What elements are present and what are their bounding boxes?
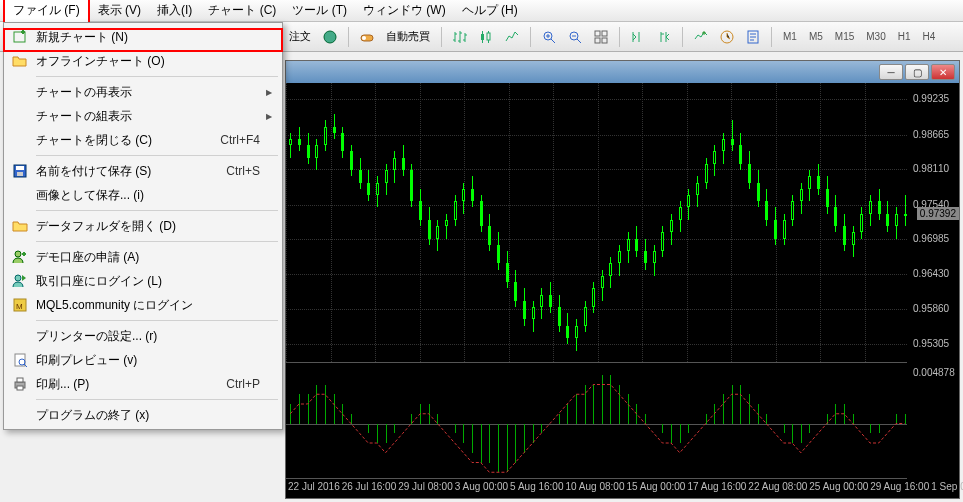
- menu-item-label: チャートを閉じる (C): [36, 132, 152, 149]
- autotrade-icon[interactable]: [356, 26, 378, 48]
- time-tick: 1 Sep 08:00: [929, 479, 963, 498]
- menu-item[interactable]: オフラインチャート (O): [6, 49, 280, 73]
- arrange-icon[interactable]: [590, 26, 612, 48]
- mql5-icon: M: [11, 296, 29, 314]
- shortcut-label: Ctrl+P: [226, 377, 260, 391]
- chart-titlebar: ─ ▢ ✕: [286, 61, 959, 83]
- svg-point-0: [324, 31, 336, 43]
- svg-rect-8: [602, 31, 607, 36]
- time-axis: 22 Jul 201626 Jul 16:0029 Jul 08:003 Aug…: [286, 478, 907, 498]
- period-m30[interactable]: M30: [862, 31, 889, 42]
- time-tick: 3 Aug 00:00: [453, 479, 508, 498]
- maximize-button[interactable]: ▢: [905, 64, 929, 80]
- menubar: ファイル (F) 表示 (V) 挿入(I) チャート (C) ツール (T) ウ…: [0, 0, 963, 22]
- menu-item-label: 画像として保存... (i): [36, 187, 144, 204]
- user-plus-icon: [11, 248, 29, 266]
- menu-item-label: チャートの組表示: [36, 108, 132, 125]
- menu-item[interactable]: プリンターの設定... (r): [6, 324, 280, 348]
- menu-item-label: プリンターの設定... (r): [36, 328, 157, 345]
- autotrade-label[interactable]: 自動売買: [382, 29, 434, 44]
- time-tick: 29 Jul 08:00: [396, 479, 453, 498]
- bar-chart-icon[interactable]: [449, 26, 471, 48]
- menu-item-label: 新規チャート (N): [36, 29, 128, 46]
- svg-rect-16: [17, 172, 23, 176]
- zoom-out-icon[interactable]: [564, 26, 586, 48]
- line-chart-icon[interactable]: [501, 26, 523, 48]
- time-tick: 22 Aug 08:00: [746, 479, 807, 498]
- time-tick: 25 Aug 00:00: [807, 479, 868, 498]
- menu-item[interactable]: 新規チャート (N): [6, 25, 280, 49]
- menu-item[interactable]: チャートの組表示: [6, 104, 280, 128]
- menu-item[interactable]: MMQL5.community にログイン: [6, 293, 280, 317]
- menu-item[interactable]: デモ口座の申請 (A): [6, 245, 280, 269]
- folder-icon: [11, 217, 29, 235]
- menu-item-label: プログラムの終了 (x): [36, 407, 149, 424]
- period-h1[interactable]: H1: [894, 31, 915, 42]
- template-icon[interactable]: [742, 26, 764, 48]
- svg-rect-15: [16, 166, 24, 170]
- svg-rect-25: [17, 386, 23, 390]
- menu-item-label: 印刷プレビュー (v): [36, 352, 137, 369]
- menu-item[interactable]: 画像として保存... (i): [6, 183, 280, 207]
- chart-body[interactable]: 0.992350.986650.981100.975400.969850.964…: [286, 83, 959, 498]
- menu-tools[interactable]: ツール (T): [284, 0, 355, 22]
- menu-item-label: 取引口座にログイン (L): [36, 273, 162, 290]
- shortcut-label: Ctrl+F4: [220, 133, 260, 147]
- menu-help[interactable]: ヘルプ (H): [454, 0, 526, 22]
- menu-item[interactable]: 名前を付けて保存 (S)Ctrl+S: [6, 159, 280, 183]
- period-m5[interactable]: M5: [805, 31, 827, 42]
- order-label-fragment: 注文: [285, 29, 315, 44]
- time-tick: 10 Aug 08:00: [564, 479, 625, 498]
- price-tick: 0.96430: [913, 268, 949, 279]
- menu-item[interactable]: チャートを閉じる (C)Ctrl+F4: [6, 128, 280, 152]
- period-m1[interactable]: M1: [779, 31, 801, 42]
- price-tick: 0.95305: [913, 338, 949, 349]
- menu-item[interactable]: プログラムの終了 (x): [6, 403, 280, 427]
- svg-rect-10: [602, 38, 607, 43]
- svg-point-2: [362, 36, 366, 40]
- svg-rect-9: [595, 38, 600, 43]
- periods-icon[interactable]: [716, 26, 738, 48]
- preview-icon: [11, 351, 29, 369]
- shortcut-label: Ctrl+S: [226, 164, 260, 178]
- time-tick: 15 Aug 00:00: [624, 479, 685, 498]
- close-button[interactable]: ✕: [931, 64, 955, 80]
- price-tick: 0.95860: [913, 303, 949, 314]
- price-tick: 0.99235: [913, 93, 949, 104]
- period-h4[interactable]: H4: [919, 31, 940, 42]
- menu-item-label: MQL5.community にログイン: [36, 297, 193, 314]
- menu-item[interactable]: チャートの再表示: [6, 80, 280, 104]
- zoom-in-icon[interactable]: [538, 26, 560, 48]
- expert-advisor-icon[interactable]: [319, 26, 341, 48]
- print-icon: [11, 375, 29, 393]
- menu-item[interactable]: 印刷... (P)Ctrl+P: [6, 372, 280, 396]
- folder-open-icon: [11, 52, 29, 70]
- new-chart-icon: [11, 28, 29, 46]
- menu-file[interactable]: ファイル (F): [3, 0, 90, 24]
- menu-item[interactable]: 取引口座にログイン (L): [6, 269, 280, 293]
- svg-rect-4: [487, 33, 490, 40]
- candle-chart-icon[interactable]: [475, 26, 497, 48]
- scroll-icon[interactable]: [627, 26, 649, 48]
- period-m15[interactable]: M15: [831, 31, 858, 42]
- menu-item[interactable]: データフォルダを開く (D): [6, 214, 280, 238]
- menu-insert[interactable]: 挿入(I): [149, 0, 200, 22]
- menu-view[interactable]: 表示 (V): [90, 0, 149, 22]
- menu-chart[interactable]: チャート (C): [200, 0, 284, 22]
- chart-window: ─ ▢ ✕ 0.992350.986650.981100.975400.9698…: [285, 60, 960, 499]
- indicator-icon[interactable]: [690, 26, 712, 48]
- price-chart[interactable]: [286, 83, 907, 363]
- time-tick: 26 Jul 16:00: [340, 479, 397, 498]
- price-tick: 0.96985: [913, 233, 949, 244]
- menu-item[interactable]: 印刷プレビュー (v): [6, 348, 280, 372]
- minimize-button[interactable]: ─: [879, 64, 903, 80]
- shift-icon[interactable]: [653, 26, 675, 48]
- login-icon: [11, 272, 29, 290]
- menu-window[interactable]: ウィンドウ (W): [355, 0, 454, 22]
- menu-item-label: データフォルダを開く (D): [36, 218, 176, 235]
- indicator-panel[interactable]: [286, 365, 907, 478]
- time-tick: 29 Aug 16:00: [868, 479, 929, 498]
- save-icon: [11, 162, 29, 180]
- current-price-tag: 0.97392: [917, 207, 959, 220]
- menu-item-label: 印刷... (P): [36, 376, 89, 393]
